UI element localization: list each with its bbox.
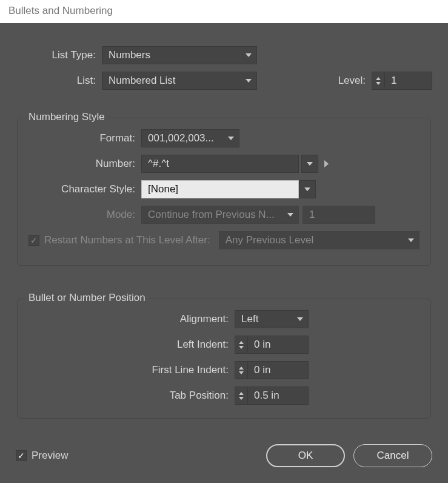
dialog-title: Bullets and Numbering — [0, 0, 448, 23]
first-line-indent-spinner[interactable]: 0 in — [235, 361, 309, 379]
number-dropdown-button[interactable] — [301, 155, 318, 173]
numbering-style-group: Numbering Style Format: 001,002,003... N… — [17, 118, 431, 266]
restart-value: Any Previous Level — [226, 234, 314, 246]
chevron-down-icon — [239, 346, 244, 349]
chevron-down-icon — [246, 79, 252, 83]
mode-start-value: 1 — [303, 206, 375, 224]
first-line-indent-label: First Line Indent: — [28, 364, 235, 376]
left-indent-value[interactable]: 0 in — [248, 336, 309, 354]
chevron-down-icon — [239, 371, 244, 374]
flyout-arrow-icon[interactable] — [324, 160, 329, 167]
spinner-buttons[interactable] — [235, 336, 248, 354]
first-line-indent-value[interactable]: 0 in — [248, 361, 309, 379]
spinner-buttons[interactable] — [235, 361, 248, 379]
format-label: Format: — [28, 132, 141, 144]
position-group: Bullet or Number Position Alignment: Lef… — [17, 299, 431, 419]
list-type-label: List Type: — [16, 49, 102, 61]
chevron-up-icon — [376, 77, 381, 80]
list-value: Numbered List — [109, 75, 176, 87]
mode-label: Mode: — [28, 209, 141, 221]
char-style-dropdown-button[interactable] — [299, 180, 316, 198]
chevron-up-icon — [239, 366, 244, 370]
chevron-down-icon — [304, 187, 310, 191]
number-label: Number: — [28, 158, 141, 170]
restart-checkbox: ✓ — [28, 235, 39, 246]
cancel-button[interactable]: Cancel — [353, 444, 432, 467]
number-value: ^#.^t — [148, 158, 169, 170]
checkmark-icon: ✓ — [30, 236, 38, 245]
list-type-select[interactable]: Numbers — [102, 46, 257, 64]
left-indent-label: Left Indent: — [28, 339, 235, 351]
chevron-down-icon — [307, 162, 313, 166]
position-legend: Bullet or Number Position — [25, 292, 149, 304]
restart-label: Restart Numbers at This Level After: — [44, 234, 219, 246]
restart-select: Any Previous Level — [219, 231, 420, 249]
alignment-value: Left — [241, 313, 258, 325]
alignment-label: Alignment: — [28, 313, 235, 325]
mode-value: Continue from Previous N... — [148, 209, 275, 221]
format-value: 001,002,003... — [148, 132, 214, 144]
chevron-down-icon — [376, 82, 381, 85]
number-input[interactable]: ^#.^t — [141, 155, 299, 173]
ok-button[interactable]: OK — [266, 444, 345, 467]
spinner-buttons[interactable] — [372, 72, 385, 90]
chevron-down-icon — [228, 137, 234, 140]
level-label: Level: — [338, 75, 372, 87]
alignment-select[interactable]: Left — [235, 310, 309, 328]
chevron-down-icon — [408, 238, 414, 242]
chevron-up-icon — [239, 341, 244, 344]
checkmark-icon: ✓ — [18, 451, 25, 460]
list-type-value: Numbers — [109, 49, 150, 61]
list-label: List: — [16, 75, 102, 87]
tab-position-spinner[interactable]: 0.5 in — [235, 387, 309, 405]
chevron-down-icon — [246, 53, 252, 57]
chevron-down-icon — [239, 397, 244, 400]
preview-checkbox[interactable]: ✓ — [16, 450, 27, 461]
preview-label: Preview — [32, 450, 68, 462]
tab-position-label: Tab Position: — [28, 390, 235, 402]
level-value[interactable]: 1 — [385, 72, 432, 90]
chevron-down-icon — [287, 213, 293, 217]
char-style-value: [None] — [148, 183, 178, 195]
char-style-select[interactable]: [None] — [141, 180, 299, 198]
char-style-label: Character Style: — [28, 183, 141, 195]
tab-position-value[interactable]: 0.5 in — [248, 387, 309, 405]
chevron-down-icon — [297, 317, 303, 321]
left-indent-spinner[interactable]: 0 in — [235, 336, 309, 354]
level-spinner[interactable]: 1 — [372, 72, 432, 90]
list-select[interactable]: Numbered List — [102, 72, 257, 90]
spinner-buttons[interactable] — [235, 387, 248, 405]
numbering-style-legend: Numbering Style — [25, 111, 109, 123]
mode-select[interactable]: Continue from Previous N... — [141, 206, 299, 224]
chevron-up-icon — [239, 392, 244, 395]
format-select[interactable]: 001,002,003... — [141, 129, 239, 147]
